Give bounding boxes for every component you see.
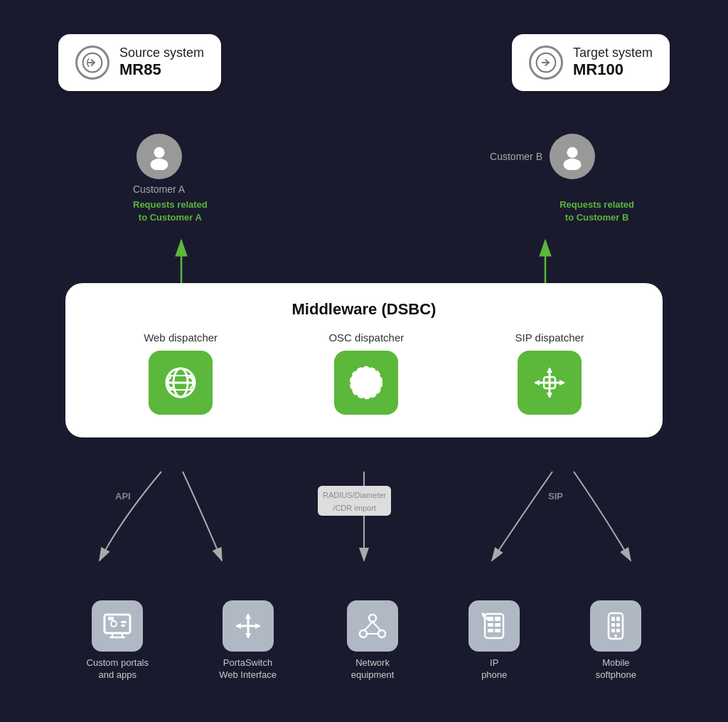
svg-point-8 xyxy=(154,147,164,157)
sip-dispatcher-label: SIP dispatcher xyxy=(515,331,584,344)
svg-rect-57 xyxy=(495,629,500,632)
portaswitch-block: PortaSwitchWeb Interface xyxy=(219,600,277,681)
svg-point-65 xyxy=(614,635,617,637)
source-system-title: Source system xyxy=(119,46,204,60)
web-dispatcher-label: Web dispatcher xyxy=(144,331,218,344)
svg-rect-36 xyxy=(121,621,127,623)
svg-rect-38 xyxy=(108,617,114,620)
source-system-box: Source system MR85 xyxy=(58,34,221,91)
target-system-version: MR100 xyxy=(573,60,653,79)
svg-point-47 xyxy=(378,630,385,637)
svg-rect-63 xyxy=(611,629,615,632)
osc-dispatcher-label: OSC dispatcher xyxy=(328,331,404,344)
network-equipment-label: Networkequipment xyxy=(351,657,395,681)
customer-a-block: Customer A xyxy=(133,134,185,195)
mobile-softphone-block: Mobilesoftphone xyxy=(590,600,641,681)
target-system-box: Target system MR100 xyxy=(512,34,670,91)
customer-b-avatar xyxy=(550,134,595,179)
mobile-softphone-icon xyxy=(590,600,641,652)
web-dispatcher: Web dispatcher xyxy=(144,331,218,415)
svg-rect-62 xyxy=(616,623,620,627)
svg-rect-61 xyxy=(611,623,615,627)
svg-rect-64 xyxy=(616,629,620,632)
target-system-title: Target system xyxy=(573,46,653,60)
svg-line-49 xyxy=(373,622,380,630)
custom-portals-block: Custom portalsand apps xyxy=(87,600,149,681)
source-system-version: MR85 xyxy=(119,60,204,79)
osc-dispatcher: OSC dispatcher xyxy=(328,331,404,415)
svg-rect-60 xyxy=(616,617,620,621)
svg-point-35 xyxy=(111,621,117,627)
svg-rect-53 xyxy=(495,617,500,621)
middleware-title: Middleware (DSBC) xyxy=(88,300,640,319)
sip-label: SIP xyxy=(548,489,563,502)
ip-phone-icon xyxy=(469,600,520,652)
svg-point-9 xyxy=(150,158,168,169)
osc-dispatcher-icon xyxy=(334,351,398,415)
web-dispatcher-icon xyxy=(149,351,213,415)
api-label: API xyxy=(115,489,131,502)
customer-b-block: Customer B xyxy=(490,134,595,179)
ip-phone-block: IPphone xyxy=(469,600,520,681)
network-equipment-icon xyxy=(347,600,398,652)
svg-marker-29 xyxy=(560,380,565,386)
svg-point-46 xyxy=(360,630,367,637)
svg-marker-27 xyxy=(547,393,552,398)
customer-a-arrow-label: Requests relatedto Customer A xyxy=(133,198,208,225)
diagram: Source system MR85 Target system MR100 xyxy=(23,20,705,703)
svg-marker-42 xyxy=(245,633,251,639)
custom-portals-icon xyxy=(92,600,143,652)
svg-rect-59 xyxy=(611,617,615,621)
svg-point-10 xyxy=(567,147,577,157)
ip-phone-label: IPphone xyxy=(481,657,507,681)
svg-marker-28 xyxy=(534,380,540,386)
svg-marker-41 xyxy=(245,613,251,619)
portaswitch-icon xyxy=(223,600,274,652)
svg-point-11 xyxy=(564,158,582,169)
svg-point-45 xyxy=(369,615,376,622)
customer-b-arrow-label: Requests relatedto Customer B xyxy=(560,198,634,225)
network-equipment-block: Networkequipment xyxy=(347,600,398,681)
svg-line-48 xyxy=(365,622,373,630)
mobile-softphone-label: Mobilesoftphone xyxy=(596,657,636,681)
devices-row: Custom portalsand apps PortaSwitchWeb In… xyxy=(51,600,677,681)
source-system-icon xyxy=(75,46,109,80)
portaswitch-label: PortaSwitchWeb Interface xyxy=(219,657,277,681)
svg-marker-44 xyxy=(255,623,261,629)
target-system-icon xyxy=(529,46,563,80)
sip-dispatcher-icon xyxy=(518,351,582,415)
svg-marker-43 xyxy=(235,623,241,629)
middleware-box: Middleware (DSBC) Web dispatcher xyxy=(51,283,677,437)
svg-rect-56 xyxy=(488,629,493,632)
customer-b-label: Customer B xyxy=(490,151,542,162)
radius-label: RADIUS/Diameter/CDR import xyxy=(318,486,391,516)
custom-portals-label: Custom portalsand apps xyxy=(87,657,149,681)
svg-rect-37 xyxy=(121,625,125,627)
sip-dispatcher: SIP dispatcher xyxy=(515,331,584,415)
svg-marker-26 xyxy=(547,367,552,373)
svg-rect-54 xyxy=(488,623,493,627)
svg-rect-55 xyxy=(495,623,500,627)
customer-a-avatar xyxy=(136,134,182,179)
customer-a-label: Customer A xyxy=(133,184,185,195)
